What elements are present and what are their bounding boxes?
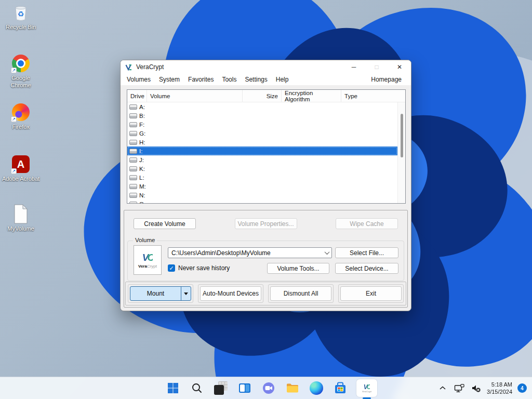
task-view-button[interactable] [237, 380, 252, 396]
drive-icon [129, 157, 137, 163]
task-view-icon [238, 381, 251, 395]
maximize-button[interactable]: □ [365, 60, 388, 74]
volume-muted[interactable] [470, 381, 482, 395]
file-explorer-button[interactable] [285, 380, 300, 396]
tray-chevron-up[interactable] [437, 381, 448, 395]
store-icon [334, 381, 347, 395]
chat-button[interactable] [261, 380, 276, 396]
mount-split-button[interactable]: Mount [130, 286, 191, 301]
veracrypt-logo-icon [125, 63, 133, 71]
widgets-icon [214, 381, 228, 395]
exit-frame: Exit [338, 284, 404, 303]
drive-row[interactable]: J: [127, 155, 397, 164]
auto-mount-devices-button[interactable]: Auto-Mount Devices [200, 286, 261, 301]
menu-tools[interactable]: Tools [218, 75, 241, 84]
titlebar[interactable]: VeraCrypt ─ □ ✕ [121, 60, 411, 74]
wipe-cache-button: Wipe Cache [336, 218, 398, 229]
column-header-type[interactable]: Type [341, 90, 405, 102]
edge-icon [310, 381, 323, 395]
drive-icon [129, 149, 137, 154]
drive-row[interactable]: B: [127, 111, 397, 120]
drive-row[interactable]: O: [127, 200, 397, 203]
drive-row[interactable]: A: [127, 102, 397, 111]
drive-row[interactable]: G: [127, 129, 397, 138]
checkbox-label: Never save history [178, 264, 230, 272]
tray-clock[interactable]: 5:18 AM 3/15/2024 [487, 381, 512, 396]
shortcut-arrow-icon: ↗ [11, 168, 17, 174]
firefox-icon: ↗ [11, 103, 30, 122]
veracrypt-icon: VC VeraCrypt [362, 384, 371, 393]
desktop-icon-myvolume[interactable]: MyVolume [1, 205, 41, 233]
menu-system[interactable]: System [155, 75, 184, 84]
taskbar: VC VeraCrypt [0, 377, 532, 399]
drive-row[interactable]: F: [127, 120, 397, 129]
drive-row[interactable]: K: [127, 164, 397, 173]
column-header-drive[interactable]: Drive [127, 90, 147, 102]
desktop-icon-google-chrome[interactable]: ↗ Google Chrome [1, 54, 41, 89]
drive-row[interactable]: M: [127, 182, 397, 191]
drive-letter: O: [139, 201, 145, 204]
mount-dropdown-arrow-icon[interactable] [181, 287, 191, 300]
chevron-down-icon[interactable] [322, 248, 331, 258]
drive-letter: L: [139, 175, 144, 181]
drive-letter: G: [139, 130, 145, 137]
desktop-icon-recycle-bin[interactable]: ♻ Recycle Bin [1, 3, 41, 31]
drive-letter: F: [139, 122, 144, 128]
widgets-button[interactable] [213, 380, 229, 396]
menu-favorites[interactable]: Favorites [184, 75, 218, 84]
never-save-history-checkbox[interactable]: ✓ Never save history [168, 264, 230, 272]
desktop-icon-adobe-acrobat[interactable]: A ↗ Adobe Acrobat [1, 155, 41, 183]
veracrypt-mark: VC [142, 252, 153, 263]
windows-logo-icon [167, 382, 179, 394]
close-button[interactable]: ✕ [388, 60, 411, 74]
exit-button[interactable]: Exit [340, 286, 402, 301]
drive-icon [129, 193, 137, 198]
menu-homepage[interactable]: Homepage [367, 75, 406, 84]
drive-row[interactable]: N: [127, 191, 397, 200]
window-title: VeraCrypt [136, 63, 342, 71]
drive-letter: K: [139, 166, 145, 172]
search-button[interactable] [189, 380, 205, 396]
notification-badge[interactable]: 4 [517, 383, 527, 393]
select-file-button[interactable]: Select File... [335, 247, 398, 258]
drive-icon [129, 113, 137, 118]
drive-icon [129, 166, 137, 171]
start-button[interactable] [165, 380, 181, 396]
volume-path-value: C:\Users\Admin\Desktop\MyVolume [171, 249, 322, 257]
dismount-all-button[interactable]: Dismount All [270, 286, 331, 301]
minimize-button[interactable]: ─ [342, 60, 365, 74]
mount-frame: Mount [128, 284, 193, 303]
column-header-encryption-algorithm[interactable]: Encryption Algorithm [282, 90, 341, 102]
microsoft-store-button[interactable] [332, 380, 348, 396]
volume-path-combobox[interactable]: C:\Users\Admin\Desktop\MyVolume [168, 247, 332, 258]
shortcut-arrow-icon: ↗ [11, 68, 17, 73]
icon-label: MyVolume [7, 225, 34, 233]
volume-groupbox: Volume VC VeraCrypt C:\Users\Admin\Deskt… [127, 241, 404, 281]
scrollbar-thumb[interactable] [401, 114, 403, 157]
column-header-volume[interactable]: Volume [147, 90, 243, 102]
volume-group-label: Volume [133, 237, 157, 243]
create-volume-button[interactable]: Create Volume [134, 218, 196, 229]
column-header-size[interactable]: Size [243, 90, 282, 102]
drive-row[interactable]: L: [127, 173, 397, 182]
select-device-button[interactable]: Select Device... [335, 263, 398, 274]
menu-volumes[interactable]: Volumes [123, 75, 155, 84]
vertical-scrollbar[interactable] [397, 102, 405, 203]
network-status[interactable] [454, 381, 465, 395]
desktop-icon-firefox[interactable]: ↗ Firefox [1, 103, 41, 131]
volume-tools-button[interactable]: Volume Tools... [267, 263, 329, 274]
icon-label: Google Chrome [1, 75, 41, 89]
drive-icon [129, 184, 137, 189]
checkbox-check-icon[interactable]: ✓ [168, 264, 175, 272]
menu-help[interactable]: Help [272, 75, 293, 84]
menu-settings[interactable]: Settings [241, 75, 271, 84]
drive-row[interactable]: I: [127, 147, 397, 155]
drive-icon [129, 140, 137, 145]
drive-letter: I: [139, 148, 142, 154]
mount-button[interactable]: Mount [130, 287, 181, 300]
veracrypt-window: VeraCrypt ─ □ ✕ Volumes System Favorites… [120, 60, 411, 311]
veracrypt-taskbar-button[interactable]: VC VeraCrypt [356, 379, 377, 397]
bottom-button-row: Mount Auto-Mount Devices Dismount All Ex… [125, 282, 406, 305]
edge-button[interactable] [309, 380, 324, 396]
drive-row[interactable]: H: [127, 138, 397, 147]
